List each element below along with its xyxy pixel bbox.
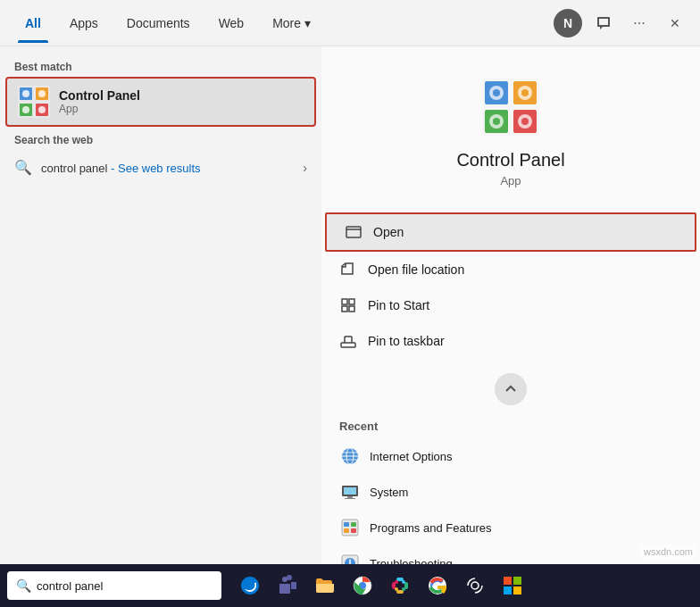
- taskbar: 🔍: [0, 564, 700, 607]
- web-search-item[interactable]: 🔍 control panel - See web results ›: [0, 150, 321, 186]
- recent-programs-features[interactable]: Programs and Features: [339, 510, 682, 545]
- svg-rect-32: [347, 496, 353, 498]
- svg-rect-59: [504, 586, 512, 595]
- search-magnifier-icon: 🔍: [16, 578, 31, 593]
- main-content: Best match Control Panel A: [0, 46, 700, 564]
- app-big-type: App: [500, 174, 521, 187]
- action-open[interactable]: Open: [325, 212, 696, 252]
- svg-rect-31: [344, 487, 356, 495]
- pin-taskbar-icon: [339, 332, 357, 350]
- scroll-up-button[interactable]: [495, 373, 527, 405]
- svg-point-52: [402, 580, 405, 584]
- edge-icon[interactable]: [232, 568, 268, 603]
- action-pin-taskbar[interactable]: Pin to taskbar: [321, 323, 700, 359]
- control-panel-icon: [18, 86, 50, 118]
- action-pin-start[interactable]: Pin to Start: [321, 287, 700, 323]
- svg-point-5: [22, 90, 29, 97]
- search-web-label: Search the web: [0, 127, 321, 150]
- svg-point-54: [395, 587, 398, 591]
- app-big-icon: [479, 75, 543, 139]
- svg-point-7: [22, 106, 29, 113]
- google-icon[interactable]: [420, 568, 455, 603]
- search-web-icon: 🔍: [14, 159, 32, 177]
- svg-point-53: [402, 587, 405, 591]
- svg-point-21: [521, 118, 529, 125]
- store-icon[interactable]: [495, 568, 530, 603]
- svg-rect-24: [349, 299, 354, 304]
- action-open-label: Open: [373, 225, 404, 239]
- best-match-result[interactable]: Control Panel App: [5, 77, 316, 127]
- top-navigation: All Apps Documents Web More ▾ N ··· ✕: [0, 0, 700, 46]
- result-subtitle: App: [59, 103, 140, 115]
- open-icon: [345, 223, 362, 241]
- result-title: Control Panel: [59, 88, 140, 103]
- svg-rect-23: [342, 299, 347, 304]
- file-location-icon: [339, 261, 357, 279]
- tab-all[interactable]: All: [11, 4, 55, 43]
- tab-web[interactable]: Web: [204, 4, 259, 43]
- svg-rect-58: [513, 577, 521, 585]
- left-panel: Best match Control Panel A: [0, 46, 321, 564]
- more-options-icon[interactable]: ···: [625, 9, 654, 37]
- recent-label: Recent: [339, 420, 682, 433]
- scroll-up-section: [321, 366, 700, 412]
- tab-apps[interactable]: Apps: [55, 4, 112, 43]
- pin-start-icon: [339, 296, 357, 314]
- feedback-icon[interactable]: [589, 9, 618, 37]
- svg-rect-34: [342, 520, 358, 536]
- chevron-down-icon: ▾: [304, 16, 311, 30]
- action-pin-taskbar-label: Pin to taskbar: [368, 334, 445, 348]
- svg-rect-27: [341, 343, 355, 347]
- svg-point-20: [493, 118, 500, 125]
- taskbar-icons: [232, 568, 530, 603]
- svg-rect-36: [351, 522, 356, 527]
- system-icon: [339, 481, 361, 503]
- chrome-icon[interactable]: [345, 568, 380, 603]
- top-nav-right: N ··· ✕: [554, 9, 689, 37]
- internet-options-icon: [339, 445, 361, 467]
- svg-point-8: [38, 106, 46, 113]
- svg-point-56: [471, 582, 479, 589]
- programs-features-label: Programs and Features: [370, 521, 492, 535]
- action-file-location-label: Open file location: [368, 262, 464, 277]
- best-match-label: Best match: [0, 54, 321, 77]
- action-list: Open Open file location: [321, 205, 700, 366]
- svg-rect-60: [513, 586, 521, 595]
- nav-tabs: All Apps Documents Web More ▾: [11, 4, 325, 43]
- close-button[interactable]: ✕: [661, 9, 689, 37]
- action-open-file-location[interactable]: Open file location: [321, 252, 700, 287]
- teams-icon[interactable]: [270, 568, 305, 603]
- watermark: wsxdn.com: [640, 545, 696, 559]
- internet-options-label: Internet Options: [370, 450, 453, 463]
- satellite-icon[interactable]: [457, 568, 493, 603]
- tab-documents[interactable]: Documents: [112, 4, 204, 43]
- recent-system[interactable]: System: [339, 474, 682, 510]
- svg-rect-35: [344, 522, 349, 527]
- tab-more[interactable]: More ▾: [258, 4, 325, 43]
- svg-rect-33: [345, 498, 355, 499]
- user-avatar[interactable]: N: [554, 9, 582, 37]
- programs-features-icon: [339, 517, 361, 538]
- result-text: Control Panel App: [59, 88, 140, 115]
- slack-icon[interactable]: [382, 568, 418, 603]
- web-search-text: control panel - See web results: [41, 162, 201, 175]
- search-input[interactable]: [37, 579, 212, 593]
- svg-rect-26: [349, 306, 354, 312]
- action-pin-start-label: Pin to Start: [368, 298, 429, 312]
- svg-point-51: [395, 580, 398, 584]
- svg-point-18: [493, 89, 500, 96]
- system-label: System: [370, 486, 408, 499]
- svg-point-6: [38, 90, 46, 97]
- recent-internet-options[interactable]: Internet Options: [339, 438, 682, 474]
- svg-rect-22: [346, 227, 361, 237]
- svg-rect-49: [404, 582, 408, 589]
- svg-rect-37: [344, 528, 349, 533]
- file-explorer-icon[interactable]: [307, 568, 343, 603]
- svg-rect-25: [342, 306, 347, 312]
- search-bar[interactable]: 🔍: [7, 571, 221, 600]
- web-search-arrow-icon: ›: [303, 161, 307, 175]
- right-app-header: Control Panel App: [321, 46, 700, 205]
- svg-point-19: [521, 89, 529, 96]
- app-big-name: Control Panel: [456, 150, 564, 170]
- svg-rect-47: [392, 582, 396, 589]
